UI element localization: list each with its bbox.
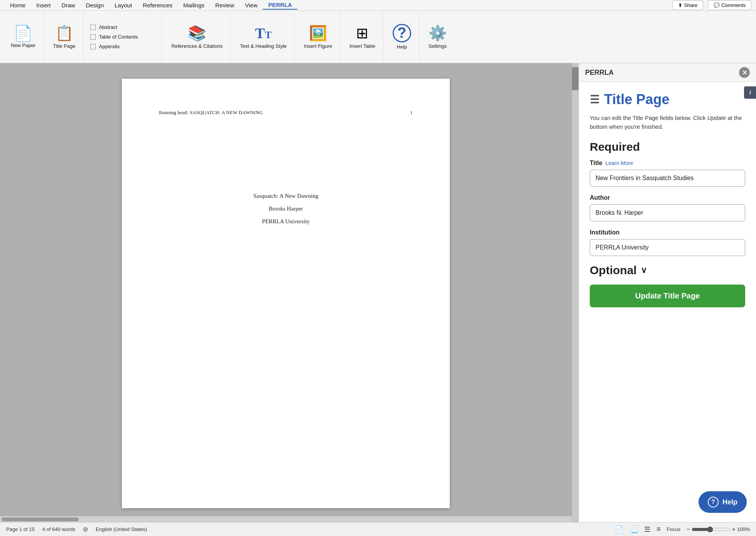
insert-figure-button[interactable]: 🖼️ Insert Figure [301,22,335,52]
title-page-icon: 📋 [55,25,73,42]
menu-view[interactable]: View [240,1,263,9]
panel-info-button[interactable]: i [744,86,756,99]
menu-mailings[interactable]: Mailings [178,1,210,9]
scrollbar-thumb[interactable] [572,67,579,90]
update-title-page-button[interactable]: Update Title Page [590,285,745,307]
panel-header-label: PERRLA [585,69,614,77]
menu-perrla[interactable]: PERRLA [263,1,297,10]
zoom-control: − + 100% [687,526,750,533]
ribbon: 📄 New Paper 📋 Title Page Abstract Table … [0,11,756,63]
zoom-percent: 100% [737,526,750,532]
perrla-panel: PERRLA ✕ i ☰ Title Page You can edit the… [579,63,756,522]
zoom-slider[interactable] [692,526,730,533]
help-panel-icon: ? [708,497,719,507]
document-page: Running head: SASQUATCH: A NEW DAWNING 1… [122,79,450,508]
outline-icon[interactable]: ☰ [644,525,650,534]
focus-label[interactable]: Focus [667,526,680,532]
document-area: Running head: SASQUATCH: A NEW DAWNING 1… [0,63,572,522]
insert-table-icon: ⊞ [356,25,368,42]
appendix-button[interactable]: Appendix [88,42,159,51]
new-paper-button[interactable]: 📄 New Paper [8,23,39,51]
learn-more-link[interactable]: Learn More [606,160,633,166]
insert-table-button[interactable]: ⊞ Insert Table [346,22,378,52]
settings-icon: ⚙️ [429,25,447,42]
scrollbar-bottom [572,90,579,522]
author-field-label: Author [590,194,745,201]
align-icon[interactable]: ≡ [656,525,661,533]
abstract-button[interactable]: Abstract [88,23,159,31]
title-input[interactable] [590,170,745,187]
document-canvas[interactable]: Running head: SASQUATCH: A NEW DAWNING 1… [0,63,572,516]
panel-title: ☰ Title Page [590,91,745,108]
table-of-contents-button[interactable]: Table of Contents [88,33,159,41]
menu-review[interactable]: Review [210,1,240,9]
references-citations-button[interactable]: 📚 References & Citations [168,22,226,52]
running-head: Running head: SASQUATCH: A NEW DAWNING [159,110,263,116]
institution-input[interactable] [590,239,745,256]
help-button-ribbon[interactable]: ? Help [390,22,414,52]
zoom-minus-button[interactable]: − [687,526,690,533]
optional-heading[interactable]: Optional ∨ [590,264,745,277]
page-header: Running head: SASQUATCH: A NEW DAWNING 1 [159,110,413,116]
menu-references[interactable]: References [137,1,178,9]
layout-icon-2[interactable]: 📃 [629,525,638,534]
menu-home[interactable]: Home [5,1,31,9]
vertical-scrollbar[interactable] [572,63,579,522]
menu-insert[interactable]: Insert [31,1,56,9]
layout-icon-1[interactable]: 📄 [615,525,623,534]
abstract-checkbox-icon [90,25,96,30]
menu-design[interactable]: Design [81,1,110,9]
page-number: 1 [410,110,413,116]
hamburger-icon: ☰ [590,93,599,106]
comments-icon: 💬 [714,2,720,8]
optional-chevron-icon: ∨ [641,265,647,275]
panel-description: You can edit the Title Page fields below… [590,114,745,131]
language: English (United States) [96,526,147,532]
h-scroll-thumb[interactable] [2,517,79,521]
new-paper-icon: 📄 [14,25,33,41]
required-heading: Required [590,140,745,153]
status-bar: Page 1 of 15 4 of 640 words ⊘ English (U… [0,522,756,536]
institution-field-label: Institution [590,229,745,236]
text-heading-style-button[interactable]: TT Text & Heading Style [237,22,290,52]
doc-title: Sasquatch: A New Dawning [253,193,319,199]
page-body: Sasquatch: A New Dawning Brooks Harper P… [159,193,413,225]
title-page-button[interactable]: 📋 Title Page [50,22,78,52]
text-heading-icon: TT [255,25,272,42]
status-bar-right: 📄 📃 ☰ ≡ Focus − + 100% [615,525,750,534]
doc-author: Brooks Harper [269,206,303,212]
doc-institution: PERRLA University [262,218,310,225]
share-button[interactable]: ⬆ Share [672,0,703,10]
menu-bar: Home Insert Draw Design Layout Reference… [0,0,756,11]
page-info: Page 1 of 15 [6,526,35,532]
zoom-plus-button[interactable]: + [732,526,735,533]
references-icon: 📚 [188,25,206,42]
settings-button[interactable]: ⚙️ Settings [425,22,450,52]
help-panel-button[interactable]: ? Help [699,491,747,513]
main-area: Running head: SASQUATCH: A NEW DAWNING 1… [0,63,756,522]
help-icon: ? [393,24,411,42]
word-count: 4 of 640 words [42,526,75,532]
panel-content: ☰ Title Page You can edit the Title Page… [579,82,756,522]
author-input[interactable] [590,204,745,221]
title-field-label: Title Learn More [590,160,745,167]
horizontal-scrollbar[interactable] [0,516,572,522]
toc-checkbox-icon [90,34,96,40]
menu-draw[interactable]: Draw [56,1,81,9]
panel-header: PERRLA ✕ [579,63,756,82]
appendix-checkbox-icon [90,44,96,49]
panel-close-button[interactable]: ✕ [739,67,750,78]
insert-figure-icon: 🖼️ [309,25,327,42]
comments-button[interactable]: 💬 Comments [708,0,751,10]
track-changes-icon: ⊘ [83,526,88,533]
share-icon: ⬆ [678,2,682,8]
menu-layout[interactable]: Layout [109,1,137,9]
